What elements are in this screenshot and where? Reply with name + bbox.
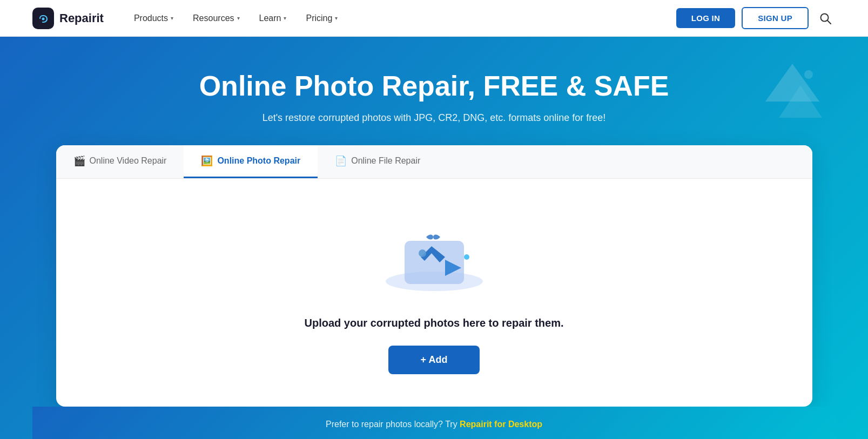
- add-button-label: + Add: [421, 354, 448, 366]
- hero-decoration: [760, 58, 825, 131]
- signup-button[interactable]: SIGN UP: [742, 7, 809, 29]
- logo-icon: [32, 8, 54, 29]
- desktop-link[interactable]: Repairit for Desktop: [460, 420, 542, 429]
- svg-line-3: [827, 21, 831, 24]
- upload-text: Upload your corrupted photos here to rep…: [304, 317, 563, 329]
- nav-resources-arrow: ▾: [237, 15, 240, 21]
- nav-products-label: Products: [134, 13, 168, 23]
- nav-learn-label: Learn: [259, 13, 281, 23]
- svg-point-9: [419, 249, 426, 257]
- hero-subtitle: Let's restore corrupted photos with JPG,…: [32, 112, 836, 124]
- nav-resources[interactable]: Resources ▾: [184, 9, 248, 28]
- logo-text: Repairit: [59, 11, 104, 25]
- logo[interactable]: Repairit: [32, 8, 104, 29]
- hero-section: Online Photo Repair, FREE & SAFE Let's r…: [0, 37, 868, 439]
- svg-point-6: [804, 70, 813, 79]
- file-repair-icon: 📄: [335, 155, 347, 167]
- login-button[interactable]: LOG IN: [676, 8, 735, 28]
- svg-point-1: [42, 17, 45, 20]
- footer-hint: Prefer to repair photos locally? Try Rep…: [32, 407, 836, 439]
- navbar-nav: Products ▾ Resources ▾ Learn ▾ Pricing ▾: [125, 9, 676, 28]
- nav-products[interactable]: Products ▾: [125, 9, 182, 28]
- tab-photo-repair[interactable]: 🖼️ Online Photo Repair: [184, 145, 318, 178]
- photo-repair-icon: 🖼️: [201, 155, 213, 167]
- navbar: Repairit Products ▾ Resources ▾ Learn ▾ …: [0, 0, 868, 37]
- repair-card: 🎬 Online Video Repair 🖼️ Online Photo Re…: [56, 145, 812, 407]
- tab-file-label: Online File Repair: [351, 156, 420, 166]
- card-tabs: 🎬 Online Video Repair 🖼️ Online Photo Re…: [56, 145, 812, 179]
- nav-resources-label: Resources: [193, 13, 234, 23]
- nav-pricing-arrow: ▾: [335, 15, 338, 21]
- svg-marker-4: [765, 64, 819, 102]
- svg-rect-8: [405, 241, 464, 284]
- card-body: Upload your corrupted photos here to rep…: [56, 179, 812, 407]
- svg-point-11: [464, 254, 469, 260]
- search-button[interactable]: [815, 8, 836, 29]
- nav-pricing[interactable]: Pricing ▾: [297, 9, 346, 28]
- nav-products-arrow: ▾: [171, 15, 173, 21]
- add-button[interactable]: + Add: [388, 346, 480, 374]
- tab-video-repair[interactable]: 🎬 Online Video Repair: [56, 145, 184, 178]
- nav-pricing-label: Pricing: [306, 13, 332, 23]
- tab-file-repair[interactable]: 📄 Online File Repair: [318, 145, 438, 178]
- footer-hint-text: Prefer to repair photos locally? Try: [326, 420, 460, 429]
- search-icon: [819, 12, 831, 24]
- upload-illustration: [375, 211, 494, 298]
- nav-learn-arrow: ▾: [284, 15, 286, 21]
- video-repair-icon: 🎬: [73, 155, 85, 167]
- hero-title: Online Photo Repair, FREE & SAFE: [32, 69, 836, 103]
- nav-learn[interactable]: Learn ▾: [251, 9, 295, 28]
- tab-video-label: Online Video Repair: [90, 156, 167, 166]
- tab-photo-label: Online Photo Repair: [217, 156, 300, 166]
- navbar-actions: LOG IN SIGN UP: [676, 7, 836, 29]
